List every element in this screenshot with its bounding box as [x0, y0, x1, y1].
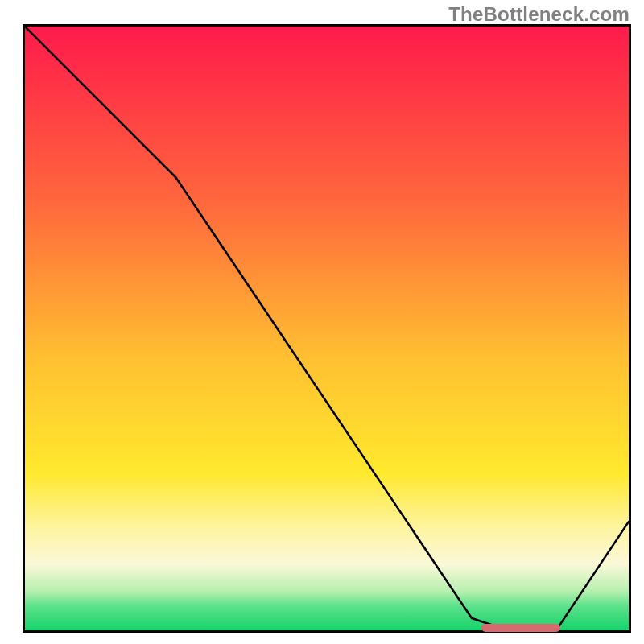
watermark-text: TheBottleneck.com [448, 3, 630, 26]
stage: TheBottleneck.com [0, 0, 644, 644]
optimum-range-marker [481, 624, 560, 632]
bottleneck-curve [25, 27, 629, 630]
plot-area [23, 24, 631, 633]
